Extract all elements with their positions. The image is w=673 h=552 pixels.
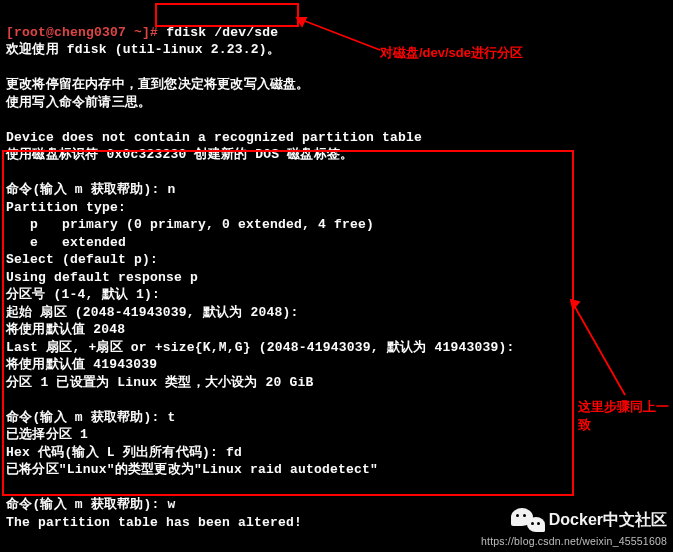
out-line: Select (default p):	[6, 252, 166, 267]
out-line: p primary (0 primary, 0 extended, 4 free…	[6, 217, 374, 232]
out-line: 将使用默认值 2048	[6, 322, 125, 337]
out-line: 使用写入命令前请三思。	[6, 95, 151, 110]
out-line: Using default response p	[6, 270, 198, 285]
out-line: 分区号 (1-4, 默认 1):	[6, 287, 160, 302]
wechat-watermark: Docker中文社区	[511, 506, 667, 534]
out-line: 使用磁盘标识符 0x0c323230 创建新的 DOS 磁盘标签。	[6, 147, 353, 162]
wechat-text: Docker中文社区	[549, 511, 667, 529]
out-line: 将使用默认值 41943039	[6, 357, 157, 372]
out-line: e extended	[6, 235, 126, 250]
out-line: Partition type:	[6, 200, 126, 215]
out-line: Hex 代码(输入 L 列出所有代码): fd	[6, 445, 242, 460]
out-line: 已将分区"Linux"的类型更改为"Linux raid autodetect"	[6, 462, 378, 477]
out-line: Last 扇区, +扇区 or +size{K,M,G} (2048-41943…	[6, 340, 514, 355]
out-line: 命令(输入 m 获取帮助): n	[6, 182, 176, 197]
out-line: 已选择分区 1	[6, 427, 88, 442]
out-line: 命令(输入 m 获取帮助): t	[6, 410, 176, 425]
out-line: 分区 1 已设置为 Linux 类型，大小设为 20 GiB	[6, 375, 314, 390]
out-line: Device does not contain a recognized par…	[6, 130, 422, 145]
out-line: The partition table has been altered!	[6, 515, 302, 530]
shell-prompt: [root@cheng0307 ~]#	[6, 25, 158, 40]
wechat-icon	[511, 506, 545, 534]
out-line: 命令(输入 m 获取帮助): w	[6, 497, 176, 512]
out-line: 更改将停留在内存中，直到您决定将更改写入磁盘。	[6, 77, 310, 92]
command-text: fdisk /dev/sde	[166, 25, 278, 40]
terminal-window[interactable]: [root@cheng0307 ~]# fdisk /dev/sde 欢迎使用 …	[0, 0, 673, 552]
out-line: 起始 扇区 (2048-41943039, 默认为 2048):	[6, 305, 298, 320]
out-line: 欢迎使用 fdisk (util-linux 2.23.2)。	[6, 42, 280, 57]
csdn-url-watermark: https://blog.csdn.net/weixin_45551608	[481, 533, 667, 551]
